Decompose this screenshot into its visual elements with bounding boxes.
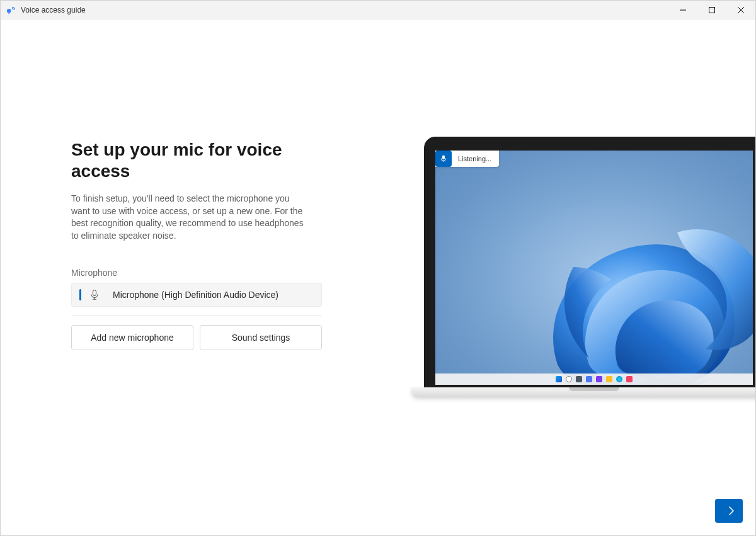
taskview-icon [576, 376, 582, 382]
windows-bloom-graphic [435, 151, 753, 385]
next-button[interactable] [715, 499, 743, 523]
minimize-button[interactable] [668, 1, 697, 19]
laptop-camera-icon [592, 142, 596, 145]
store-icon [626, 376, 633, 382]
sound-settings-label: Sound settings [232, 333, 290, 343]
divider [71, 316, 322, 316]
setup-panel: Set up your mic for voice access To fini… [1, 20, 323, 535]
svg-rect-1 [709, 7, 715, 13]
listening-label: Listening... [458, 155, 491, 163]
add-microphone-label: Add new microphone [91, 333, 174, 343]
microphone-field-label: Microphone [71, 268, 323, 278]
action-buttons-row: Add new microphone Sound settings [71, 325, 323, 350]
titlebar-left: Voice access guide [1, 5, 86, 15]
svg-rect-2 [93, 290, 96, 295]
sound-settings-button[interactable]: Sound settings [200, 325, 322, 350]
preview-illustration: Listening... [424, 137, 756, 397]
page-description: To finish setup, you'll need to select t… [71, 193, 307, 242]
chat-icon [596, 376, 602, 382]
widgets-icon [586, 376, 592, 382]
add-microphone-button[interactable]: Add new microphone [71, 325, 193, 350]
laptop-graphic: Listening... [424, 137, 756, 397]
svg-rect-3 [442, 156, 445, 160]
taskbar [435, 373, 753, 385]
laptop-base [411, 387, 756, 397]
laptop-screen: Listening... [424, 137, 756, 387]
selected-microphone-name: Microphone (High Definition Audio Device… [113, 290, 278, 300]
page-heading: Set up your mic for voice access [71, 139, 323, 181]
search-icon [566, 376, 572, 382]
selection-accent [79, 289, 81, 300]
maximize-button[interactable] [697, 1, 726, 19]
close-button[interactable] [726, 1, 755, 19]
desktop-wallpaper: Listening... [435, 151, 753, 385]
microphone-icon [90, 290, 99, 300]
content-area: Set up your mic for voice access To fini… [1, 20, 755, 535]
laptop-notch [569, 387, 619, 391]
app-icon [6, 5, 16, 15]
start-icon [556, 376, 562, 382]
edge-icon [616, 376, 622, 382]
window-title: Voice access guide [21, 6, 86, 14]
listening-indicator: Listening... [435, 151, 499, 167]
titlebar: Voice access guide [1, 1, 755, 20]
svg-point-0 [7, 9, 11, 13]
explorer-icon [606, 376, 612, 382]
listening-mic-icon [435, 151, 452, 167]
microphone-selector[interactable]: Microphone (High Definition Audio Device… [71, 283, 322, 307]
window-controls [668, 1, 755, 19]
